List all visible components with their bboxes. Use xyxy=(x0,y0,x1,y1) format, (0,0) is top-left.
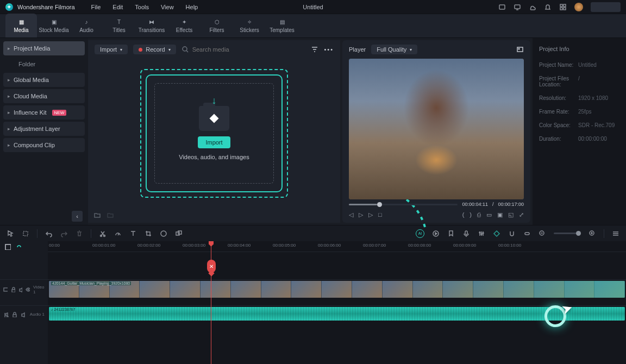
tab-templates[interactable]: ▤Templates xyxy=(266,14,298,37)
safe-zone-icon[interactable]: ▣ xyxy=(497,211,503,218)
redo-icon[interactable] xyxy=(60,230,68,237)
voiceover-icon[interactable] xyxy=(462,230,470,237)
tab-transitions[interactable]: ⧓Transitions xyxy=(136,14,167,37)
menu-help[interactable]: Help xyxy=(186,4,198,10)
undo-icon[interactable] xyxy=(45,230,53,237)
timeline-view-icon[interactable] xyxy=(612,230,619,237)
timeline-tracks-area[interactable]: 00:00 00:00:01:00 00:00:02:00 00:00:03:0… xyxy=(48,241,626,364)
bell-icon[interactable] xyxy=(544,3,552,11)
link-icon[interactable] xyxy=(523,230,531,237)
new-folder-icon[interactable] xyxy=(93,211,101,219)
video-track-1[interactable]: 420144_Guitar_Musician_Playing_3920x1080 xyxy=(48,279,626,299)
playhead-marker[interactable]: ✕ xyxy=(207,260,216,273)
tab-media[interactable]: ▦Media xyxy=(5,14,37,37)
visibility-icon[interactable] xyxy=(26,287,30,292)
markers-icon[interactable]: ▭ xyxy=(486,211,492,218)
lock-icon[interactable] xyxy=(11,287,15,292)
svg-rect-14 xyxy=(178,231,181,234)
lock-icon[interactable] xyxy=(12,312,17,317)
sidebar-item-influence-kit[interactable]: ▸Influence KitNEW xyxy=(3,105,85,120)
bracket-out-icon[interactable]: ) xyxy=(470,211,472,218)
timeline-menu-icon[interactable] xyxy=(4,243,11,250)
tv-icon[interactable] xyxy=(514,3,521,11)
quality-dropdown[interactable]: Full Quality ▾ xyxy=(371,45,417,54)
preview-progress-bar[interactable] xyxy=(349,204,458,205)
delete-icon[interactable] xyxy=(76,230,83,237)
video-track-header[interactable]: Video 1 xyxy=(0,279,48,299)
keyframe-toggle-icon[interactable] xyxy=(493,230,500,237)
fullscreen-icon[interactable]: ⤢ xyxy=(519,211,524,218)
zoom-in-icon[interactable] xyxy=(589,230,596,237)
next-frame-button[interactable]: ▷ xyxy=(368,211,373,218)
bracket-in-icon[interactable]: ( xyxy=(462,211,465,218)
menu-edit[interactable]: Edit xyxy=(112,4,123,10)
menu-file[interactable]: File xyxy=(91,4,101,10)
audio-clip[interactable]: ♪ 2412238767 xyxy=(49,307,625,321)
sidebar-collapse-button[interactable]: ‹ xyxy=(72,211,83,222)
sidebar-item-compound-clip[interactable]: ▸Compound Clip xyxy=(3,138,85,152)
export-button[interactable] xyxy=(591,2,621,12)
prev-frame-button[interactable]: ◁ xyxy=(349,211,353,218)
menu-tools[interactable]: Tools xyxy=(135,4,149,10)
capture-icon[interactable]: ⎙ xyxy=(477,211,481,218)
audio-track-header[interactable]: Audio 1 xyxy=(0,305,48,323)
tab-titles[interactable]: TTitles xyxy=(103,14,135,37)
search-input[interactable] xyxy=(192,46,306,53)
mute-icon[interactable] xyxy=(18,287,23,292)
ratio-icon[interactable]: ◱ xyxy=(508,211,514,218)
apps-icon[interactable] xyxy=(559,3,567,11)
tab-stock-media[interactable]: ▣Stock Media xyxy=(38,14,70,37)
snap-icon[interactable] xyxy=(508,230,516,237)
marker-add-icon[interactable] xyxy=(447,230,455,237)
svg-rect-1 xyxy=(515,5,520,9)
zoom-out-icon[interactable] xyxy=(539,230,546,237)
tab-effects[interactable]: ✦Effects xyxy=(168,14,200,37)
crop-icon[interactable] xyxy=(145,230,152,237)
audio-track-1[interactable]: ♪ 2412238767 xyxy=(48,305,626,322)
timeline-link-icon[interactable] xyxy=(15,243,22,250)
tab-stickers[interactable]: ✧Stickers xyxy=(234,14,265,37)
sidebar-item-adjustment-layer[interactable]: ▸Adjustment Layer xyxy=(3,122,85,136)
tab-audio[interactable]: ♪Audio xyxy=(71,14,102,37)
zoom-slider[interactable] xyxy=(554,233,581,234)
color-icon[interactable] xyxy=(160,230,167,237)
more-icon[interactable]: ••• xyxy=(324,46,334,53)
pointer-tool-icon[interactable] xyxy=(7,230,14,237)
display-icon[interactable] xyxy=(498,3,506,11)
render-icon[interactable] xyxy=(432,230,440,237)
preview-viewport[interactable] xyxy=(349,59,524,199)
filter-icon[interactable] xyxy=(311,46,318,53)
svg-point-12 xyxy=(161,231,166,236)
menu-view[interactable]: View xyxy=(161,4,174,10)
import-dropzone[interactable]: ↓ Import Videos, audio, and images xyxy=(154,83,274,184)
stop-button[interactable]: □ xyxy=(378,211,382,218)
svg-point-8 xyxy=(518,48,519,49)
new-bin-icon[interactable] xyxy=(107,211,114,219)
sidebar-item-cloud-media[interactable]: ▸Cloud Media xyxy=(3,89,85,103)
text-icon[interactable] xyxy=(129,230,137,237)
tab-filters[interactable]: ⬡Filters xyxy=(201,14,233,37)
mixer-icon[interactable] xyxy=(478,230,485,237)
sidebar-sub-folder[interactable]: Folder xyxy=(3,58,85,71)
new-badge: NEW xyxy=(52,110,67,116)
user-avatar[interactable] xyxy=(574,3,583,11)
cut-icon[interactable] xyxy=(99,230,107,237)
play-button[interactable]: ▷ xyxy=(359,211,363,218)
svg-rect-5 xyxy=(564,8,566,10)
image-icon[interactable] xyxy=(516,46,524,53)
speed-icon[interactable] xyxy=(114,230,122,237)
sidebar-item-global-media[interactable]: ▸Global Media xyxy=(3,73,85,87)
sidebar-item-project-media[interactable]: ▸Project Media xyxy=(3,41,85,55)
group-icon[interactable] xyxy=(175,230,183,237)
mute-icon[interactable] xyxy=(21,312,26,317)
video-clip[interactable]: 420144_Guitar_Musician_Playing_3920x1080 xyxy=(49,281,625,298)
tutorial-cursor-hint: ➤ xyxy=(544,305,566,327)
cloud-icon[interactable] xyxy=(529,3,536,11)
import-button[interactable]: Import xyxy=(198,136,230,148)
timeline-ruler[interactable]: 00:00 00:00:01:00 00:00:02:00 00:00:03:0… xyxy=(48,241,626,252)
ai-badge-icon[interactable]: AI xyxy=(416,229,424,238)
import-dropdown[interactable]: Import▾ xyxy=(95,45,128,54)
search-icon xyxy=(181,46,189,53)
select-tool-icon[interactable] xyxy=(22,230,29,237)
record-dropdown[interactable]: Record▾ xyxy=(133,45,176,54)
